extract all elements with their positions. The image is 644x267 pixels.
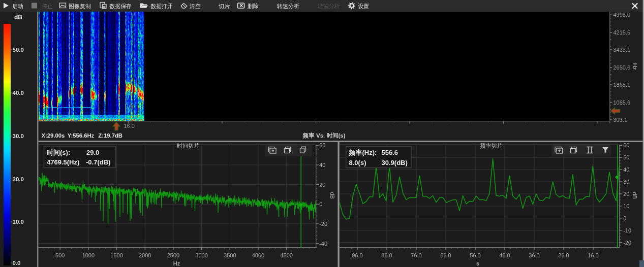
svg-text:数据打开: 数据打开 [150, 3, 173, 9]
svg-text:60: 60 [623, 142, 629, 148]
svg-text:2000: 2000 [139, 252, 151, 258]
svg-text:0.0: 0.0 [13, 260, 21, 266]
svg-text:4998.0: 4998.0 [614, 12, 631, 18]
svg-text:1500: 1500 [110, 252, 122, 258]
svg-text:频率 Vs. 时间(s): 频率 Vs. 时间(s) [302, 132, 346, 139]
svg-text:3433.1: 3433.1 [614, 47, 631, 53]
svg-text:40: 40 [319, 162, 325, 168]
svg-text:2650.6: 2650.6 [614, 64, 631, 71]
svg-text:30.9(dB): 30.9(dB) [382, 159, 408, 166]
svg-text:清空: 清空 [189, 3, 201, 9]
svg-text:Hz: Hz [173, 260, 180, 266]
svg-text:频率切片: 频率切片 [480, 143, 503, 149]
svg-text:8.0(s): 8.0(s) [349, 159, 366, 166]
svg-text:46.0: 46.0 [499, 252, 510, 258]
svg-text:96.0: 96.0 [352, 252, 362, 258]
svg-text:频率(Hz):: 频率(Hz): [349, 149, 377, 156]
svg-text:30: 30 [623, 179, 629, 185]
svg-text:50: 50 [623, 154, 629, 160]
svg-text:56.0: 56.0 [470, 252, 480, 258]
svg-text:50.0: 50.0 [13, 47, 24, 53]
svg-text:图像复制: 图像复制 [69, 3, 91, 9]
svg-text:谐波分析: 谐波分析 [317, 3, 340, 9]
svg-text:4215.5: 4215.5 [614, 29, 631, 36]
svg-text:dB: dB [14, 14, 22, 21]
svg-text:-40: -40 [319, 241, 327, 247]
svg-text:3500: 3500 [224, 252, 236, 258]
svg-text:60: 60 [319, 142, 325, 148]
svg-text:-20: -20 [319, 221, 327, 227]
svg-text:切片: 切片 [219, 3, 230, 9]
svg-text:16.0: 16.0 [588, 252, 598, 258]
svg-text:时间切片: 时间切片 [177, 143, 199, 149]
svg-text:设置: 设置 [358, 3, 369, 9]
svg-text:556.6: 556.6 [382, 149, 398, 156]
svg-text:时间(s):: 时间(s): [47, 149, 70, 156]
svg-text:29.0: 29.0 [86, 149, 99, 156]
svg-text:20: 20 [319, 182, 325, 188]
svg-text:30.0: 30.0 [13, 133, 24, 139]
svg-text:s: s [476, 260, 479, 266]
svg-text:4500: 4500 [280, 252, 292, 258]
svg-text:1085.6: 1085.6 [614, 99, 631, 106]
svg-text:Y:556.6Hz: Y:556.6Hz [68, 132, 95, 139]
svg-text:dB: dB [329, 192, 335, 198]
svg-text:40: 40 [623, 166, 629, 173]
svg-text:20.0: 20.0 [13, 176, 24, 182]
svg-text:4769.5(Hz): 4769.5(Hz) [47, 158, 79, 166]
svg-text:1000: 1000 [82, 252, 95, 258]
svg-text:66.0: 66.0 [440, 252, 451, 258]
svg-text:20: 20 [623, 191, 629, 197]
svg-text:86.0: 86.0 [381, 252, 392, 258]
svg-text:4000: 4000 [252, 252, 264, 258]
svg-text:转速分析: 转速分析 [277, 3, 299, 9]
svg-text:16.0: 16.0 [124, 123, 135, 129]
svg-text:303.1: 303.1 [614, 117, 628, 123]
svg-text:26.0: 26.0 [558, 252, 569, 258]
svg-text:10: 10 [623, 203, 629, 209]
svg-text:Z:19.7dB: Z:19.7dB [98, 132, 122, 139]
svg-text:数据保存: 数据保存 [109, 3, 132, 9]
svg-text:-20: -20 [623, 240, 631, 246]
svg-text:删除: 删除 [248, 3, 259, 9]
svg-text:0: 0 [319, 201, 322, 207]
svg-text:-0.7(dB): -0.7(dB) [86, 158, 110, 166]
svg-text:76.0: 76.0 [411, 252, 421, 258]
svg-text:0: 0 [623, 215, 626, 221]
svg-text:dB: dB [632, 192, 638, 198]
svg-text:-10: -10 [623, 227, 631, 233]
svg-text:停止: 停止 [42, 3, 53, 9]
svg-text:3000: 3000 [195, 252, 207, 258]
svg-text:启动: 启动 [12, 3, 23, 9]
svg-text:10.0: 10.0 [13, 219, 24, 225]
svg-text:500: 500 [55, 252, 65, 258]
svg-text:2500: 2500 [167, 252, 179, 258]
svg-text:X:29.00s: X:29.00s [42, 132, 65, 139]
svg-text:40.0: 40.0 [13, 90, 24, 96]
svg-text:36.0: 36.0 [529, 252, 539, 258]
svg-text:Hz: Hz [632, 63, 638, 70]
svg-text:1868.1: 1868.1 [614, 82, 631, 88]
